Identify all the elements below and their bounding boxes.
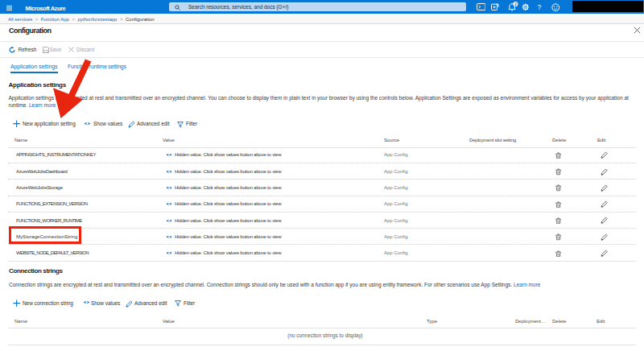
svg-text:2: 2 <box>514 2 516 6</box>
